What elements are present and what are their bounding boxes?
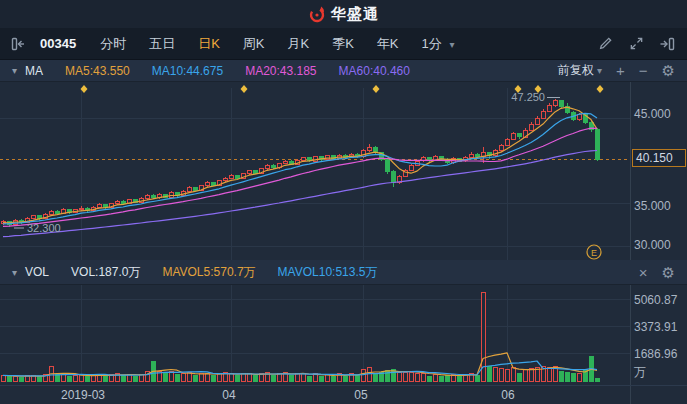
chevron-down-icon: ▾ xyxy=(597,65,602,76)
vol-indicator-row: ▾ VOL VOL:187.0万 MAVOL5:570.7万 MAVOL10:5… xyxy=(0,260,687,285)
vol-value: VOL:187.0万 xyxy=(71,264,140,281)
tab-monthly-k[interactable]: 月K xyxy=(288,35,310,53)
ma-collapse-caret-icon[interactable]: ▾ xyxy=(12,65,17,76)
ma5-value: MA5:43.550 xyxy=(65,64,130,78)
mavol5-value: MAVOL5:570.7万 xyxy=(162,264,255,281)
ma60-value: MA60:40.460 xyxy=(339,64,410,78)
ma10-value: MA10:44.675 xyxy=(152,64,223,78)
x-axis-label: 2019-03 xyxy=(61,388,105,402)
vol-axis-unit: 万 xyxy=(634,364,646,381)
fullscreen-expand-icon[interactable] xyxy=(628,36,644,52)
adjust-type-dropdown[interactable]: 前复权 ▾ xyxy=(558,62,602,79)
x-axis-label: 04 xyxy=(222,388,235,402)
x-axis-label: 05 xyxy=(354,388,367,402)
tab-one-minute-label: 1分 xyxy=(422,36,442,51)
vol-row-actions: × ⚙ xyxy=(639,265,687,280)
ma-row-actions: 前复权 ▾ + − ⚙ xyxy=(558,62,687,79)
chart-toolbar: 00345 分时 五日 日K 周K 月K 季K 年K 1分 ▾ xyxy=(0,28,687,60)
toolbar-right-actions xyxy=(597,36,687,52)
vol-axis-label: 3373.91 xyxy=(634,320,677,334)
stock-chart-window: 华盛通 00345 分时 五日 日K 周K 月K 季K 年K 1分 ▾ xyxy=(0,0,687,404)
tab-one-minute[interactable]: 1分 ▾ xyxy=(422,35,455,53)
titlebar: 华盛通 xyxy=(0,0,687,28)
candlestick-canvas[interactable]: 47.25032.300E xyxy=(0,82,687,260)
tab-five-day[interactable]: 五日 xyxy=(149,35,175,53)
tab-weekly-k[interactable]: 周K xyxy=(243,35,265,53)
main-chart-pane: 47.25032.300E 45.000 40.150 35.000 30.00… xyxy=(0,82,687,260)
volume-canvas[interactable] xyxy=(0,285,687,385)
time-axis: 2019-03 04 05 06 xyxy=(0,385,687,404)
current-price-badge: 40.150 xyxy=(632,149,686,167)
app-logo: 华盛通 xyxy=(308,5,379,24)
price-axis-label: 35.000 xyxy=(634,199,671,213)
vol-collapse-caret-icon[interactable]: ▾ xyxy=(12,267,17,278)
collapse-left-panel-icon[interactable] xyxy=(10,36,26,52)
app-title: 华盛通 xyxy=(331,5,379,24)
gear-icon[interactable]: ⚙ xyxy=(662,265,675,280)
x-axis-label: 06 xyxy=(501,388,514,402)
logo-flame-icon xyxy=(308,5,326,23)
volume-chart-pane: 5060.87 3373.91 1686.96 万 xyxy=(0,285,687,385)
draw-pencil-icon[interactable] xyxy=(597,36,613,52)
tab-minute[interactable]: 分时 xyxy=(100,35,126,53)
adjust-type-label: 前复权 xyxy=(558,63,594,77)
price-axis-label: 45.000 xyxy=(634,107,671,121)
vol-axis-label: 5060.87 xyxy=(634,293,677,307)
ma20-value: MA20:43.185 xyxy=(245,64,316,78)
collapse-right-panel-icon[interactable] xyxy=(659,36,675,52)
gear-icon[interactable]: ⚙ xyxy=(662,63,675,78)
tab-daily-k[interactable]: 日K xyxy=(198,35,220,53)
tab-quarterly-k[interactable]: 季K xyxy=(332,35,354,53)
zoom-in-button[interactable]: + xyxy=(616,63,625,78)
period-tabs: 分时 五日 日K 周K 月K 季K 年K 1分 ▾ xyxy=(100,35,454,53)
vol-axis-label: 1686.96 xyxy=(634,347,677,361)
tab-yearly-k[interactable]: 年K xyxy=(377,35,399,53)
stock-code: 00345 xyxy=(40,36,76,51)
svg-text:E: E xyxy=(591,248,597,258)
svg-text:32.300: 32.300 xyxy=(27,222,61,234)
chevron-down-icon: ▾ xyxy=(449,39,454,50)
mavol10-value: MAVOL10:513.5万 xyxy=(278,264,378,281)
ma-title: MA xyxy=(25,64,43,78)
ma-indicator-row: ▾ MA MA5:43.550 MA10:44.675 MA20:43.185 … xyxy=(0,60,687,82)
axis-separator xyxy=(630,386,631,404)
vol-title: VOL xyxy=(25,265,49,279)
zoom-out-button[interactable]: − xyxy=(639,63,648,78)
price-axis-label: 30.000 xyxy=(634,238,671,252)
svg-text:47.250: 47.250 xyxy=(511,91,545,103)
close-icon[interactable]: × xyxy=(639,265,648,280)
